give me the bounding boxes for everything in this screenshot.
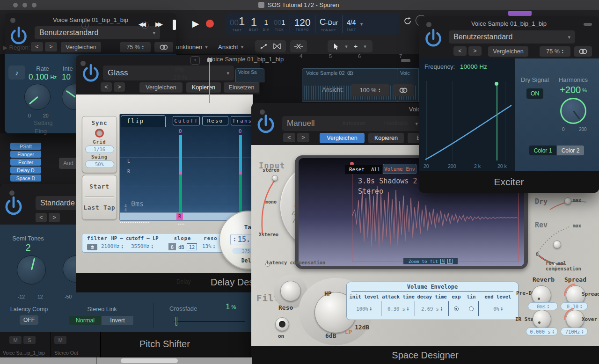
kopieren-button[interactable]: Kopieren	[186, 82, 221, 93]
kopieren-button[interactable]: Kopieren	[368, 133, 404, 143]
env-end-field[interactable]: 0%	[479, 301, 517, 316]
dry-signal-on-button[interactable]: ON	[526, 88, 543, 99]
slope-12db-button[interactable]: 12	[187, 243, 197, 250]
env-decay-field[interactable]: 2.69 s	[415, 301, 449, 316]
tap-s-bar-mid[interactable]	[239, 171, 242, 175]
dry-slider-thumb[interactable]	[564, 197, 571, 204]
tap-r-bar-reso[interactable]	[179, 175, 182, 212]
power-icon[interactable]	[424, 28, 443, 51]
prev-preset-button[interactable]: <	[101, 82, 112, 92]
filter-reso-knob[interactable]	[280, 281, 301, 301]
preset-dropdown[interactable]: Glass▾	[103, 66, 234, 80]
preset-dropdown[interactable]: Benutzerstandard▾	[449, 30, 575, 44]
horizontal-scrollbar[interactable]	[0, 357, 252, 364]
env-exp-radio[interactable]	[449, 301, 464, 316]
mute-button[interactable]: M	[54, 336, 66, 344]
automation-flex-group[interactable]	[255, 40, 286, 52]
color1-button[interactable]: Color 1	[529, 146, 556, 155]
preset-dropdown[interactable]: Manuell▾	[282, 116, 423, 131]
filter-on-button[interactable]	[275, 317, 289, 331]
fx-slot-space-d[interactable]: Space D	[10, 175, 41, 182]
next-preset-button[interactable]: >	[468, 46, 482, 56]
tap-s-bar-cutoff[interactable]	[239, 135, 242, 171]
xover-field[interactable]: 710Hz	[561, 328, 588, 335]
vergleichen-button[interactable]: Vergleichen	[320, 133, 365, 143]
next-preset-button[interactable]: >	[49, 213, 60, 222]
cycle-icon[interactable]	[402, 15, 414, 27]
arrange-link-button[interactable]	[393, 84, 414, 96]
preset-dropdown[interactable]: Benutzerstandard▾	[35, 26, 160, 39]
volume-env-tab[interactable]: Volume Env	[383, 164, 416, 174]
last-tap-button[interactable]: Last Tap	[82, 204, 117, 211]
cutoff-tab[interactable]: Cutoff	[173, 116, 200, 125]
tap-display[interactable]: flip Cutoff Reso Transp L R O O 0ms 44 R…	[119, 114, 252, 221]
power-icon[interactable]	[256, 113, 276, 138]
fx-slot-flanger[interactable]: Flanger	[10, 151, 41, 158]
prev-preset-button[interactable]: <	[31, 42, 43, 51]
ansicht-zoom-field[interactable]: 100 %	[351, 84, 389, 96]
semitones-knob[interactable]	[17, 255, 46, 284]
ansicht-menu[interactable]: Ansicht▾	[218, 41, 243, 52]
lcd-chevron-icon[interactable]: ▾	[360, 21, 363, 27]
stereo-link-normal-button[interactable]: Normal	[69, 316, 101, 325]
input-slider-thumb[interactable]	[272, 175, 278, 181]
tap-r-bar-mid[interactable]	[179, 171, 182, 175]
record-button[interactable]	[206, 20, 214, 28]
env-lin-radio[interactable]	[464, 301, 479, 316]
prev-preset-button[interactable]: <	[453, 46, 467, 56]
vergleichen-button[interactable]: Vergleichen	[488, 46, 528, 57]
lcd-display[interactable]: 001 TAKT 1 BEAT 1 DIV 001 TICK 120 TEMPO…	[226, 13, 400, 35]
tool-selector-group[interactable]: ▾ + ▾	[328, 40, 373, 52]
latency-off-button[interactable]: OFF	[20, 315, 38, 325]
tap-number-field[interactable]: 15. T	[230, 234, 253, 245]
harmonics-knob[interactable]	[560, 98, 586, 124]
tap-r-tag[interactable]: R	[176, 213, 183, 220]
funktionen-menu[interactable]: Funktionen▾	[172, 41, 208, 52]
zoom-field[interactable]: 75 %	[540, 46, 570, 57]
hp-cutoff-field[interactable]: 2100Hz	[101, 243, 123, 249]
predly-field[interactable]: 0ms	[528, 302, 558, 310]
color2-button[interactable]: Color 2	[557, 146, 584, 155]
fx-slot-exciter[interactable]: Exciter	[10, 159, 41, 166]
power-icon[interactable]	[9, 25, 28, 49]
region-voice-sample-02[interactable]: Voice Sample 02	[302, 68, 402, 102]
prev-preset-button[interactable]: <	[283, 133, 295, 142]
tap-ms-field[interactable]: 375.0ms	[232, 248, 253, 254]
zoom-d-button[interactable]: D	[447, 259, 453, 264]
link-button[interactable]	[574, 46, 592, 57]
grid-value-field[interactable]: 1/16	[85, 146, 114, 153]
power-icon[interactable]	[4, 195, 23, 219]
fx-slot-delay-d[interactable]: Delay D	[10, 167, 41, 174]
slope-6db-button[interactable]: 6	[168, 243, 176, 250]
traffic-zoom-icon[interactable]	[32, 3, 37, 7]
stereo-link-invert-button[interactable]: Invert	[102, 316, 133, 325]
flip-tab[interactable]: flip	[121, 115, 166, 127]
crossfade-slider-thumb[interactable]	[175, 317, 177, 326]
next-preset-button[interactable]: >	[45, 42, 57, 51]
filter-power-button[interactable]	[87, 244, 97, 250]
minimize-icon[interactable]	[584, 23, 592, 26]
prev-preset-button[interactable]: <	[36, 213, 47, 222]
tap-s-pan-marker[interactable]: O	[237, 128, 243, 134]
crossfade-slider[interactable]	[174, 321, 245, 322]
frequency-cursor[interactable]	[497, 85, 497, 160]
transp-tab[interactable]: Transp	[231, 116, 252, 125]
traffic-close-icon[interactable]	[13, 3, 18, 7]
start-button[interactable]: Start	[82, 183, 117, 190]
vergleichen-button[interactable]: Vergleichen	[61, 42, 101, 52]
rev-slider-thumb[interactable]	[553, 240, 561, 248]
zoom-to-fit-button[interactable]: Zoom to fitAD	[403, 258, 458, 264]
solo-button[interactable]: S	[23, 336, 36, 344]
play-button[interactable]: ▶	[189, 17, 203, 30]
next-preset-button[interactable]: >	[297, 133, 309, 142]
tap-r-pan-marker[interactable]: O	[177, 128, 183, 134]
rate-knob[interactable]	[24, 84, 51, 110]
reso-value-field[interactable]: 13%	[202, 243, 215, 249]
frequency-cursor-dot[interactable]	[495, 82, 498, 86]
ir-start-field[interactable]: 0.000 s	[526, 328, 558, 335]
power-icon[interactable]	[81, 63, 100, 86]
link-button[interactable]	[154, 42, 173, 52]
frequency-plot[interactable]	[422, 81, 512, 161]
vergleichen-button[interactable]: Vergleichen	[139, 82, 183, 93]
tap-r-bar-cutoff[interactable]	[179, 135, 182, 171]
